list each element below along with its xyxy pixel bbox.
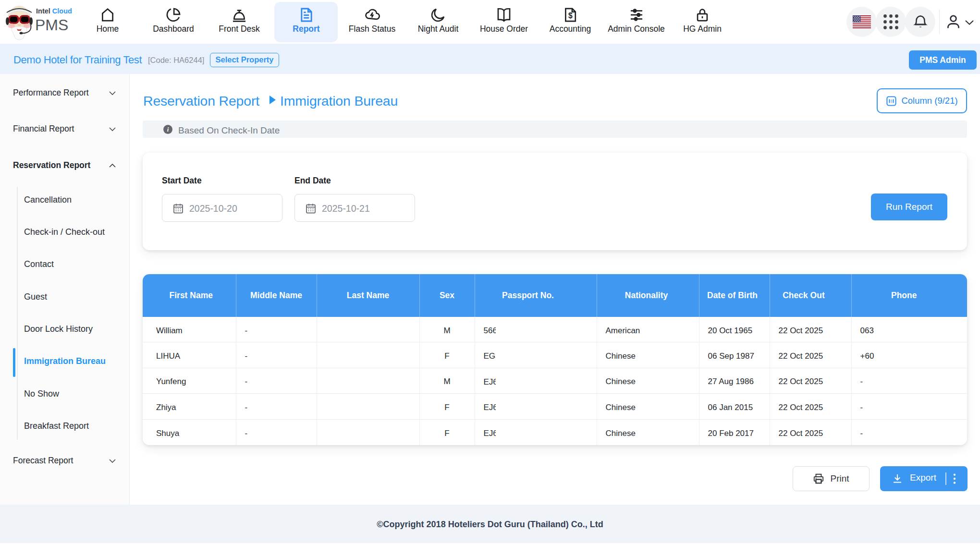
svg-text:$: $ [568, 12, 573, 20]
